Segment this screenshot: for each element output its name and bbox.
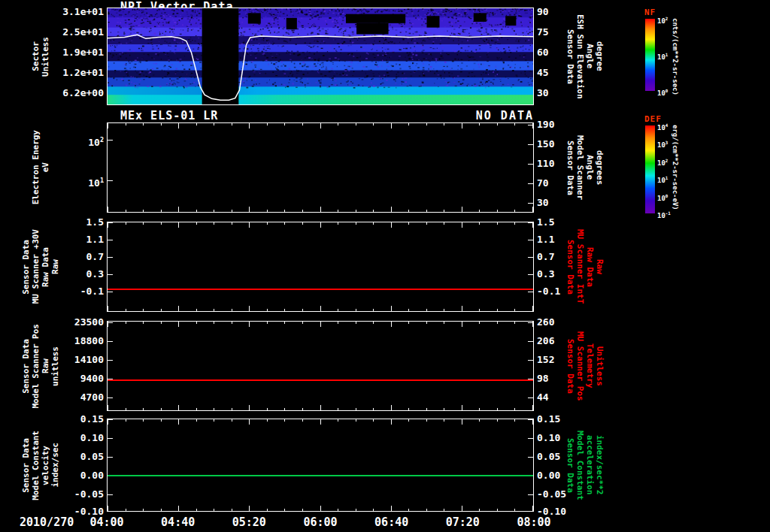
x-tick-mark: [373, 309, 374, 311]
x-tick-mark: [214, 408, 214, 410]
x-tick-mark: [284, 419, 285, 422]
colorbar-tick-label: 104: [657, 122, 668, 129]
y-tick-mark: [528, 457, 533, 458]
y-tick-mark: [108, 140, 113, 141]
x-tick-mark: [161, 509, 162, 511]
x-tick-mark: [479, 210, 480, 212]
y-tick-mark: [528, 183, 533, 184]
axis-label-line: Angle: [585, 44, 594, 68]
x-tick-mark: [338, 509, 338, 511]
x-tick-mark: [444, 222, 444, 225]
x-tick-mark: [196, 408, 197, 410]
x-tick-mark: [143, 419, 144, 422]
x-tick-mark: [408, 322, 409, 324]
axis-label-line: Sensor Data: [565, 438, 574, 493]
axis-label-line: Electron Energy: [32, 130, 41, 204]
y-tick-mark: [528, 144, 533, 145]
x-tick-mark: [126, 322, 126, 324]
x-tick-mark: [514, 222, 515, 225]
model-scanner-pos-panel: [107, 321, 534, 411]
y-axis-label-right: Sensor DataMU Scanner IntTRaw DataRaw: [558, 214, 611, 319]
x-tick-mark: [249, 306, 250, 311]
x-tick-mark: [284, 222, 285, 225]
x-tick-mark: [320, 506, 321, 511]
x-tick-mark: [426, 210, 427, 212]
x-tick-mark: [126, 408, 126, 410]
y-tick-mark: [528, 341, 533, 342]
x-tick-mark: [532, 222, 533, 228]
axis-label-line: eV: [41, 162, 50, 172]
x-tick-mark: [514, 322, 515, 324]
x-tick-mark: [497, 123, 498, 125]
y-axis-label-right: Sensor DataESH Sun ElevationAngledegree: [558, 0, 611, 113]
x-tick-mark: [356, 309, 356, 311]
x-tick-mark: [444, 408, 444, 410]
x-tick-mark: [196, 509, 197, 511]
x-tick-mark: [320, 322, 321, 327]
x-tick-mark: [214, 123, 214, 125]
y-tick-mark: [528, 203, 533, 204]
x-tick-mark: [373, 210, 374, 212]
model-constant-velocity-panel: [107, 419, 534, 512]
x-tick-mark: [302, 419, 303, 422]
x-tick-mark: [497, 419, 498, 422]
x-tick-mark: [143, 123, 144, 125]
x-tick-mark: [532, 506, 533, 511]
x-tick-mark: [338, 408, 338, 410]
x-tick-mark: [408, 309, 409, 311]
x-tick-mark: [267, 322, 268, 324]
x-tick-mark: [196, 222, 197, 225]
y-tick-mark: [108, 419, 113, 420]
x-tick-mark: [320, 123, 321, 128]
x-tick-mark: [320, 306, 321, 311]
x-tick-mark: [320, 419, 321, 425]
colorbar: [645, 19, 655, 91]
x-tick-mark: [302, 509, 303, 511]
y-axis-label-right: Sensor DataModel ScannerAngledegrees: [558, 115, 611, 220]
x-tick-mark: [178, 322, 179, 327]
y-tick-mark: [108, 494, 113, 495]
x-tick-mark: [196, 210, 197, 212]
x-tick-mark: [267, 210, 268, 212]
x-tick-mark: [356, 123, 356, 125]
x-tick-mark: [373, 123, 374, 125]
x-tick-mark: [338, 123, 338, 125]
y-axis-label-right: Sensor DataModel Constantaccelerationind…: [558, 411, 611, 519]
x-tick-mark: [232, 408, 232, 410]
plot-screen: NPI Vector Data MEx ELS-01 LR NO DATA NF…: [0, 0, 770, 532]
x-tick-mark: [232, 419, 232, 422]
x-tick-mark: [497, 408, 498, 410]
x-tick-mark: [249, 405, 250, 410]
x-tick-mark: [267, 408, 268, 410]
x-tick-mark: [232, 123, 232, 125]
axis-label-line: Raw: [595, 259, 604, 274]
axis-label-line: Raw Data: [585, 247, 594, 287]
y-axis-label-left: Sensor DataModel Scanner PosRawunitless: [17, 313, 65, 419]
x-tick-mark: [444, 419, 444, 422]
colorbar: [645, 125, 655, 213]
x-tick-mark: [391, 419, 392, 425]
axis-label-line: velocity: [41, 446, 50, 485]
x-tick-mark: [408, 509, 409, 511]
x-tick-mark: [143, 408, 144, 410]
x-tick-mark: [356, 509, 356, 511]
y-axis-label-left: Sensor DataMU Scanner +30VRaw DataRaw: [17, 214, 65, 319]
x-tick-mark: [391, 207, 392, 212]
x-tick-mark: [284, 509, 285, 511]
axis-label-line: Raw Data: [41, 247, 50, 287]
x-tick-mark: [373, 509, 374, 511]
x-tick-mark: [249, 506, 250, 511]
x-tick-mark: [178, 405, 179, 410]
x-tick-mark: [267, 222, 268, 225]
y-tick-mark: [528, 292, 533, 292]
x-tick-mark: [462, 207, 462, 212]
x-tick-mark: [373, 419, 374, 422]
x-tick-mark: [320, 207, 321, 212]
x-tick-mark: [178, 419, 179, 425]
colorbar-tick-label: 102: [657, 15, 668, 23]
x-tick-mark: [108, 123, 108, 128]
y-tick-mark: [108, 511, 113, 512]
axis-label-line: Sensor Data: [565, 141, 574, 195]
x-tick-mark: [426, 123, 427, 125]
x-tick-mark: [514, 408, 515, 410]
